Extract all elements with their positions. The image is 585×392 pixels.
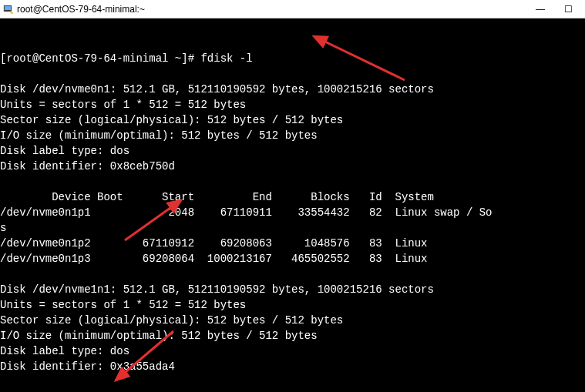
disk1-sector-size: Sector size (logical/physical): 512 byte… bbox=[0, 114, 343, 126]
svg-line-3 bbox=[125, 200, 181, 240]
disk1-identifier: Disk identifier: 0x8ceb750d bbox=[0, 160, 175, 173]
command-text: fdisk -l bbox=[200, 52, 252, 65]
svg-rect-1 bbox=[5, 6, 11, 10]
titlebar-left: root@CentOS-79-64-minimal:~ bbox=[3, 4, 145, 15]
annotation-arrow-3 bbox=[108, 325, 185, 387]
table1-header: Device Boot Start End Blocks Id System bbox=[0, 191, 434, 203]
disk2-header: Disk /dev/nvme1n1: 512.1 GB, 51211019059… bbox=[0, 283, 434, 296]
svg-line-4 bbox=[116, 331, 173, 380]
annotation-arrow-1 bbox=[304, 30, 412, 88]
disk1-io-size: I/O size (minimum/optimal): 512 bytes / … bbox=[0, 129, 318, 142]
shell-prompt: [root@CentOS-79-64-minimal ~]# bbox=[0, 52, 200, 65]
window-titlebar: root@CentOS-79-64-minimal:~ — ☐ bbox=[0, 0, 585, 18]
table-row: /dev/nvme0n1p2 67110912 69208063 1048576… bbox=[0, 237, 428, 250]
table-row: /dev/nvme0n1p1 2048 67110911 33554432 82… bbox=[0, 206, 493, 219]
table-row: /dev/nvme0n1p3 69208064 1000213167 46550… bbox=[0, 253, 428, 265]
putty-icon bbox=[3, 4, 14, 15]
disk1-label-type: Disk label type: dos bbox=[0, 145, 129, 157]
disk2-units: Units = sectors of 1 * 512 = 512 bytes bbox=[0, 299, 246, 311]
minimize-button[interactable]: — bbox=[526, 1, 554, 18]
terminal[interactable]: [root@CentOS-79-64-minimal ~]# fdisk -l … bbox=[0, 18, 585, 392]
annotation-arrow-2 bbox=[116, 194, 193, 248]
disk1-units: Units = sectors of 1 * 512 = 512 bytes bbox=[0, 99, 246, 111]
maximize-button[interactable]: ☐ bbox=[554, 1, 582, 18]
titlebar-controls: — ☐ bbox=[526, 1, 582, 18]
terminal-output: [root@CentOS-79-64-minimal ~]# fdisk -l … bbox=[0, 51, 585, 392]
prompt-line: [root@CentOS-79-64-minimal ~]# fdisk -l bbox=[0, 52, 253, 65]
window-title: root@CentOS-79-64-minimal:~ bbox=[17, 4, 145, 15]
svg-line-2 bbox=[314, 36, 405, 80]
table-row: s bbox=[0, 222, 6, 234]
